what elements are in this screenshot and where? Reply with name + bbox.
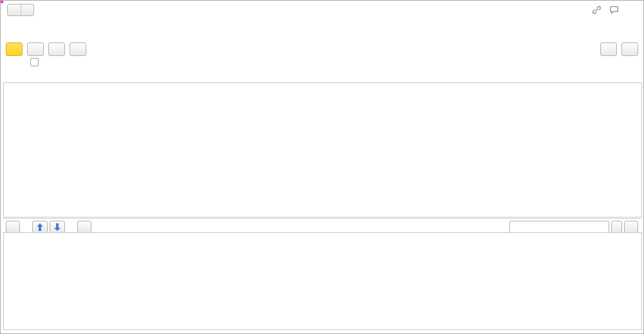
grid-more-button[interactable] xyxy=(624,221,638,233)
save-button[interactable] xyxy=(27,42,44,56)
title-bar xyxy=(1,1,643,19)
checkmark-icon xyxy=(30,58,39,66)
link-icon[interactable] xyxy=(592,5,601,15)
row-move-buttons xyxy=(32,221,65,233)
document-row xyxy=(6,58,42,66)
fill-button[interactable] xyxy=(77,221,91,233)
move-up-icon[interactable] xyxy=(32,221,48,233)
clear-search-icon[interactable] xyxy=(611,221,622,233)
move-down-icon[interactable] xyxy=(50,221,65,233)
fill-all-analytics-button[interactable] xyxy=(48,42,65,56)
add-row-button[interactable] xyxy=(6,221,20,233)
form-splitter[interactable] xyxy=(3,218,641,219)
save-and-close-button[interactable] xyxy=(6,42,23,56)
titlebar-actions xyxy=(592,5,637,15)
more-button[interactable] xyxy=(600,42,617,56)
history-nav xyxy=(7,4,34,16)
salary-table-container xyxy=(3,82,642,218)
help-button[interactable] xyxy=(621,42,638,56)
search-box xyxy=(509,221,638,233)
back-icon[interactable] xyxy=(8,5,21,15)
discussion-button[interactable] xyxy=(609,5,621,14)
form-toolbar xyxy=(6,42,638,56)
forbid-refill-checkbox[interactable] xyxy=(30,58,42,66)
search-input[interactable] xyxy=(509,221,609,233)
turnover-table-container xyxy=(3,232,642,330)
forward-icon[interactable] xyxy=(21,5,33,15)
app-window xyxy=(0,0,644,334)
grid-toolbar xyxy=(6,221,638,234)
group-translation-button[interactable] xyxy=(70,42,86,56)
chat-bubble-icon xyxy=(609,5,619,14)
